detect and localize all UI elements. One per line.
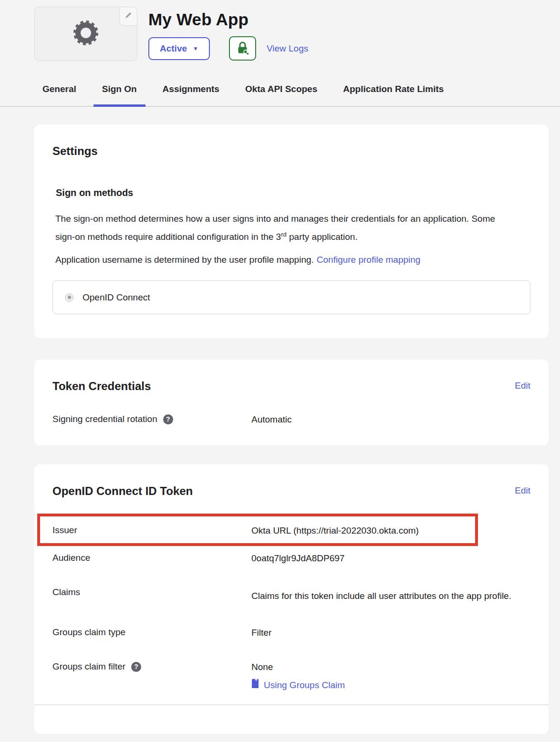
help-icon[interactable]: ? xyxy=(163,414,173,424)
id-token-title: OpenID Connect ID Token xyxy=(52,484,193,498)
audience-row: Audience 0oatq7lglr9JdA8DP697 xyxy=(52,553,530,564)
signing-credential-rotation-row: Signing credential rotation ? Automatic xyxy=(52,414,530,425)
groups-claim-type-value: Filter xyxy=(251,627,530,639)
view-logs-link[interactable]: View Logs xyxy=(267,43,308,54)
chevron-down-icon: ▼ xyxy=(193,46,198,52)
tab-bar: General Sign On Assignments Okta API Sco… xyxy=(0,84,560,107)
description-text-part2: party application. xyxy=(287,232,358,242)
id-token-edit-link[interactable]: Edit xyxy=(515,485,530,496)
issuer-row-highlight-annotation: Issuer Okta URL (https://trial-2022030.o… xyxy=(52,525,530,536)
status-label: Active xyxy=(160,43,187,54)
signing-credential-rotation-value: Automatic xyxy=(251,414,530,425)
edit-logo-button[interactable] xyxy=(119,7,137,26)
groups-claim-type-label: Groups claim type xyxy=(52,627,251,638)
using-groups-claim-link[interactable]: Using Groups Claim xyxy=(251,679,530,691)
sign-on-method-label: OpenID Connect xyxy=(83,292,150,303)
description-text-part1: The sign-on method determines how a user… xyxy=(55,214,495,242)
app-header-right: My Web App Active ▼ View Logs xyxy=(148,7,308,61)
tab-general[interactable]: General xyxy=(42,84,76,106)
section-divider xyxy=(34,704,549,705)
tab-sign-on[interactable]: Sign On xyxy=(102,84,137,106)
username-mapping-description: Application username is determined by th… xyxy=(55,252,504,268)
description-superscript: rd xyxy=(281,231,287,238)
groups-claim-filter-value: None xyxy=(251,661,530,673)
header-actions: Active ▼ View Logs xyxy=(148,36,308,61)
token-credentials-card: Token Credentials Edit Signing credentia… xyxy=(34,360,549,445)
row-label: Groups claim filter ? xyxy=(52,661,251,672)
configure-profile-mapping-link[interactable]: Configure profile mapping xyxy=(317,255,421,265)
username-mapping-text: Application username is determined by th… xyxy=(55,255,314,265)
lock-key-icon xyxy=(236,41,249,56)
claims-label: Claims xyxy=(52,587,251,598)
groups-claim-filter-label: Groups claim filter xyxy=(52,661,125,672)
groups-claim-filter-value-cell: None Using Groups Claim xyxy=(251,661,530,691)
issuer-value: Okta URL (https://trial-2022030.okta.com… xyxy=(251,525,530,536)
using-groups-claim-label: Using Groups Claim xyxy=(264,680,345,691)
sign-on-method-option: OpenID Connect xyxy=(52,280,530,314)
token-credentials-header: Token Credentials Edit xyxy=(52,374,530,393)
gear-icon xyxy=(73,20,99,48)
issuer-label: Issuer xyxy=(52,525,251,536)
bookmark-icon xyxy=(251,679,259,691)
app-header: My Web App Active ▼ View Logs xyxy=(34,7,560,61)
groups-claim-filter-row: Groups claim filter ? None Using Groups … xyxy=(52,661,530,691)
status-dropdown-button[interactable]: Active ▼ xyxy=(148,37,210,60)
lock-button[interactable] xyxy=(229,36,256,61)
settings-card: Settings Sign on methods The sign-on met… xyxy=(34,124,549,338)
sign-on-methods-heading: Sign on methods xyxy=(56,187,530,198)
settings-card-title: Settings xyxy=(52,144,530,158)
tab-assignments[interactable]: Assignments xyxy=(163,84,219,106)
tab-okta-api-scopes[interactable]: Okta API Scopes xyxy=(245,84,317,106)
row-label: Signing credential rotation ? xyxy=(52,414,251,424)
app-logo-tile xyxy=(34,7,137,61)
claims-row: Claims Claims for this token include all… xyxy=(52,587,530,605)
token-credentials-title: Token Credentials xyxy=(52,380,151,393)
audience-label: Audience xyxy=(52,553,251,563)
groups-claim-type-row: Groups claim type Filter xyxy=(52,627,530,639)
claims-value: Claims for this token include all user a… xyxy=(251,587,530,605)
pencil-icon xyxy=(124,11,133,21)
signing-credential-rotation-label: Signing credential rotation xyxy=(52,414,157,424)
radio-button-selected[interactable] xyxy=(65,293,73,302)
sign-on-methods-description: The sign-on method determines how a user… xyxy=(55,211,504,245)
help-icon[interactable]: ? xyxy=(131,662,141,672)
id-token-header: OpenID Connect ID Token Edit xyxy=(52,479,530,498)
token-credentials-edit-link[interactable]: Edit xyxy=(515,381,530,391)
tab-application-rate-limits[interactable]: Application Rate Limits xyxy=(343,84,444,106)
audience-value: 0oatq7lglr9JdA8DP697 xyxy=(251,553,530,564)
id-token-card: OpenID Connect ID Token Edit Issuer Okta… xyxy=(34,464,549,734)
page-title: My Web App xyxy=(148,10,308,29)
